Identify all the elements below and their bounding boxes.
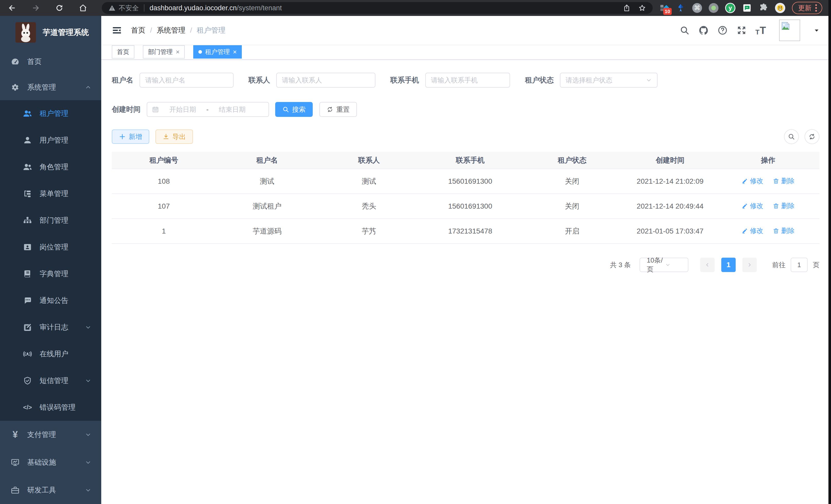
page-size-select[interactable]: 10条/页	[639, 258, 688, 272]
goto-page-input[interactable]	[791, 258, 808, 272]
extension-shortcuts-icon[interactable]: ⌘	[692, 3, 702, 13]
table-row: 108 测试 测试 15601691300 关闭 2021-12-14 21:0…	[112, 169, 820, 194]
security-label: 不安全	[119, 4, 139, 12]
reset-button[interactable]: 重置	[319, 102, 357, 117]
font-size-icon[interactable]: TT	[755, 25, 766, 35]
sidebar-item-error-code[interactable]: </> 错误码管理	[0, 394, 101, 421]
edit-link[interactable]: 修改	[742, 201, 763, 210]
delete-label: 删除	[781, 226, 795, 235]
delete-link[interactable]: 删除	[773, 176, 795, 185]
sidebar-item-system[interactable]: 系统管理	[0, 75, 101, 100]
bookmark-star-icon[interactable]	[638, 4, 646, 12]
sidebar-submenu-system: 租户管理 用户管理 角色管理 菜单管理	[0, 100, 101, 421]
delete-label: 删除	[781, 201, 795, 210]
breadcrumb-section[interactable]: 系统管理	[157, 25, 185, 35]
tab-dept[interactable]: 部门管理 ×	[143, 45, 185, 59]
sidebar-item-audit-log[interactable]: 审计日志	[0, 314, 101, 340]
sidebar-item-sms[interactable]: 短信管理	[0, 367, 101, 394]
home-icon[interactable]	[78, 3, 88, 13]
sidebar-item-label: 在线用户	[39, 349, 68, 359]
edit-link[interactable]: 修改	[742, 226, 763, 235]
sidebar-item-post[interactable]: 岗位管理	[0, 234, 101, 261]
extension-tag-assistant-icon[interactable]: 10	[659, 3, 669, 13]
refresh-table-button[interactable]	[805, 129, 820, 144]
tab-home[interactable]: 首页	[112, 45, 134, 59]
extension-puzzle-icon[interactable]	[758, 3, 768, 13]
extension-kite-icon[interactable]	[676, 3, 686, 13]
date-start-input[interactable]	[161, 106, 204, 114]
delete-link[interactable]: 删除	[773, 226, 795, 235]
extension-emoji-icon[interactable]	[775, 3, 785, 13]
sidebar-item-menu[interactable]: 菜单管理	[0, 180, 101, 207]
sidebar-item-tenant[interactable]: 租户管理	[0, 100, 101, 127]
search-icon	[788, 133, 795, 140]
page-number-1[interactable]: 1	[721, 258, 736, 272]
reset-button-label: 重置	[336, 105, 350, 114]
breadcrumb-home[interactable]: 首页	[131, 25, 145, 35]
kebab-menu-icon[interactable]	[815, 4, 817, 12]
search-button[interactable]: 搜索	[275, 102, 313, 117]
sidebar-item-online-user[interactable]: 在线用户	[0, 340, 101, 367]
add-button[interactable]: 新增	[112, 129, 149, 144]
code-icon: </>	[23, 404, 32, 411]
sidebar-item-infrastructure[interactable]: 基础设施	[0, 448, 101, 476]
share-icon[interactable]	[623, 4, 631, 12]
contact-input[interactable]	[276, 73, 375, 88]
edit-link[interactable]: 修改	[742, 176, 763, 185]
delete-link[interactable]: 删除	[773, 201, 795, 210]
date-end-input[interactable]	[211, 106, 254, 114]
pencil-icon	[742, 228, 748, 234]
edit-label: 修改	[750, 201, 763, 210]
close-icon[interactable]: ×	[176, 49, 180, 55]
add-button-label: 新增	[129, 132, 142, 141]
sidebar-collapse-icon[interactable]	[112, 25, 122, 36]
github-icon[interactable]	[698, 25, 709, 35]
column-header: 联系手机	[420, 152, 521, 169]
tenant-name-input[interactable]	[140, 73, 234, 88]
caret-down-icon[interactable]	[813, 27, 820, 33]
announcement-icon	[23, 296, 32, 305]
reload-icon[interactable]	[55, 3, 64, 13]
app-logo[interactable]: 芋道管理系统	[0, 16, 101, 49]
sidebar-item-payment[interactable]: ¥ 支付管理	[0, 421, 101, 448]
sidebar-item-dict[interactable]: 字典管理	[0, 261, 101, 287]
column-header: 操作	[717, 152, 820, 169]
tab-tenant[interactable]: 租户管理 ×	[193, 45, 242, 59]
pagination: 共 3 条 10条/页 1 前往 页	[112, 258, 820, 272]
dashboard-icon	[10, 57, 20, 66]
search-icon	[282, 106, 289, 113]
header-search-icon[interactable]	[679, 25, 690, 35]
chevron-down-icon	[85, 377, 91, 384]
address-bar[interactable]: 不安全 dashboard.yudao.iocoder.cn/system/te…	[102, 2, 653, 14]
status-select[interactable]: 请选择租户状态	[560, 73, 658, 88]
sidebar-item-label: 通知公告	[39, 296, 68, 305]
sidebar-item-notice[interactable]: 通知公告	[0, 287, 101, 314]
help-icon[interactable]	[717, 25, 728, 35]
prev-page-button[interactable]	[700, 258, 715, 272]
date-separator: -	[206, 106, 209, 114]
export-button[interactable]: 导出	[155, 129, 193, 144]
sidebar-item-role[interactable]: 角色管理	[0, 154, 101, 180]
phone-input[interactable]	[425, 73, 510, 88]
show-search-toggle-button[interactable]	[784, 129, 799, 144]
extension-y-icon[interactable]: y	[725, 3, 736, 13]
sidebar-item-dev-tools[interactable]: 研发工具	[0, 476, 101, 504]
security-chip[interactable]: 不安全	[109, 4, 139, 12]
extension-recorder-icon[interactable]	[709, 3, 718, 13]
date-range-picker[interactable]: -	[147, 102, 269, 117]
filter-row-1: 租户名 联系人 联系手机 租户状态 请选择租户状态	[112, 73, 820, 88]
search-button-label: 搜索	[292, 105, 306, 114]
close-icon[interactable]: ×	[233, 49, 237, 55]
sidebar-item-home[interactable]: 首页	[0, 49, 101, 75]
fullscreen-icon[interactable]	[737, 25, 747, 35]
avatar[interactable]	[779, 20, 800, 41]
back-icon[interactable]	[7, 3, 17, 13]
breadcrumb-separator: /	[190, 26, 192, 34]
sidebar-item-dept[interactable]: 部门管理	[0, 207, 101, 234]
forward-icon[interactable]	[31, 3, 40, 13]
cell-created: 2021-01-05 17:03:47	[623, 218, 717, 243]
extension-chat-icon[interactable]	[742, 3, 752, 13]
chrome-update-button[interactable]: 更新	[792, 2, 822, 14]
next-page-button[interactable]	[742, 258, 757, 272]
sidebar-item-user[interactable]: 用户管理	[0, 127, 101, 154]
